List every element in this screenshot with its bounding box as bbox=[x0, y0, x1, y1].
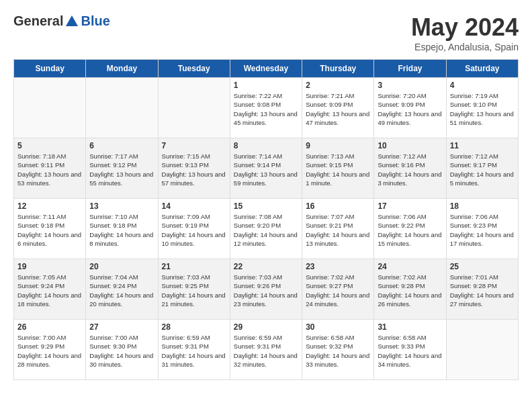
day-info: Sunrise: 7:00 AMSunset: 9:30 PMDaylight:… bbox=[89, 334, 153, 368]
calendar-cell: 12Sunrise: 7:11 AMSunset: 9:18 PMDayligh… bbox=[14, 199, 86, 259]
calendar-cell: 11Sunrise: 7:12 AMSunset: 9:17 PMDayligh… bbox=[446, 138, 518, 199]
day-number: 15 bbox=[234, 201, 298, 211]
day-number: 12 bbox=[17, 201, 82, 211]
calendar-cell: 8Sunrise: 7:14 AMSunset: 9:14 PMDaylight… bbox=[230, 138, 302, 199]
day-info: Sunrise: 7:21 AMSunset: 9:09 PMDaylight:… bbox=[306, 92, 369, 126]
logo-general-text: General bbox=[13, 13, 63, 29]
calendar-cell: 25Sunrise: 7:01 AMSunset: 9:28 PMDayligh… bbox=[446, 259, 518, 320]
day-number: 26 bbox=[17, 322, 82, 332]
weekday-header-thursday: Thursday bbox=[302, 60, 374, 78]
logo-blue-text: Blue bbox=[81, 13, 109, 29]
day-number: 19 bbox=[17, 262, 82, 271]
calendar-cell: 1Sunrise: 7:22 AMSunset: 9:08 PMDaylight… bbox=[230, 78, 302, 138]
day-number: 25 bbox=[450, 262, 515, 271]
calendar-cell bbox=[446, 320, 518, 380]
title-block: May 2024 Espejo, Andalusia, Spain bbox=[411, 13, 519, 52]
calendar-cell: 13Sunrise: 7:10 AMSunset: 9:18 PMDayligh… bbox=[86, 199, 158, 259]
weekday-header-saturday: Saturday bbox=[446, 60, 518, 78]
day-info: Sunrise: 7:07 AMSunset: 9:21 PMDaylight:… bbox=[306, 213, 369, 247]
day-number: 1 bbox=[234, 81, 298, 90]
day-info: Sunrise: 6:59 AMSunset: 9:31 PMDaylight:… bbox=[234, 334, 298, 368]
day-info: Sunrise: 6:59 AMSunset: 9:31 PMDaylight:… bbox=[162, 334, 226, 368]
calendar-cell: 28Sunrise: 6:59 AMSunset: 9:31 PMDayligh… bbox=[158, 320, 230, 380]
day-info: Sunrise: 7:09 AMSunset: 9:19 PMDaylight:… bbox=[162, 213, 226, 247]
day-info: Sunrise: 7:08 AMSunset: 9:20 PMDaylight:… bbox=[234, 213, 298, 247]
day-info: Sunrise: 7:03 AMSunset: 9:25 PMDaylight:… bbox=[162, 273, 226, 308]
day-info: Sunrise: 7:04 AMSunset: 9:24 PMDaylight:… bbox=[89, 273, 153, 308]
day-number: 6 bbox=[89, 141, 154, 150]
day-number: 9 bbox=[306, 141, 370, 150]
page-header: General Blue May 2024 Espejo, Andalusia,… bbox=[13, 13, 519, 52]
day-info: Sunrise: 7:02 AMSunset: 9:28 PMDaylight:… bbox=[378, 273, 441, 308]
logo: General Blue bbox=[13, 13, 110, 29]
calendar-cell bbox=[14, 78, 86, 138]
location-title: Espejo, Andalusia, Spain bbox=[411, 42, 519, 52]
day-info: Sunrise: 7:15 AMSunset: 9:13 PMDaylight:… bbox=[162, 152, 226, 187]
day-number: 3 bbox=[378, 81, 442, 90]
day-info: Sunrise: 7:05 AMSunset: 9:24 PMDaylight:… bbox=[17, 273, 81, 308]
day-number: 22 bbox=[234, 262, 298, 271]
day-info: Sunrise: 7:20 AMSunset: 9:09 PMDaylight:… bbox=[378, 92, 441, 126]
weekday-header-row: SundayMondayTuesdayWednesdayThursdayFrid… bbox=[14, 60, 519, 78]
day-info: Sunrise: 7:11 AMSunset: 9:18 PMDaylight:… bbox=[17, 213, 81, 247]
calendar-cell: 2Sunrise: 7:21 AMSunset: 9:09 PMDaylight… bbox=[302, 78, 374, 138]
day-number: 24 bbox=[378, 262, 442, 271]
calendar-cell: 21Sunrise: 7:03 AMSunset: 9:25 PMDayligh… bbox=[158, 259, 230, 320]
weekday-header-monday: Monday bbox=[86, 60, 158, 78]
day-info: Sunrise: 7:22 AMSunset: 9:08 PMDaylight:… bbox=[234, 92, 298, 126]
day-number: 17 bbox=[378, 201, 442, 211]
day-info: Sunrise: 7:01 AMSunset: 9:28 PMDaylight:… bbox=[450, 273, 514, 308]
day-info: Sunrise: 7:10 AMSunset: 9:18 PMDaylight:… bbox=[89, 213, 153, 247]
day-number: 7 bbox=[162, 141, 226, 150]
day-number: 4 bbox=[450, 81, 515, 90]
svg-marker-0 bbox=[66, 15, 78, 26]
calendar-cell: 22Sunrise: 7:03 AMSunset: 9:26 PMDayligh… bbox=[230, 259, 302, 320]
calendar-cell: 19Sunrise: 7:05 AMSunset: 9:24 PMDayligh… bbox=[14, 259, 86, 320]
day-number: 31 bbox=[378, 322, 442, 332]
weekday-header-wednesday: Wednesday bbox=[230, 60, 302, 78]
logo-icon bbox=[64, 14, 79, 29]
day-number: 10 bbox=[378, 141, 442, 150]
calendar-cell: 10Sunrise: 7:12 AMSunset: 9:16 PMDayligh… bbox=[374, 138, 446, 199]
weekday-header-tuesday: Tuesday bbox=[158, 60, 230, 78]
day-number: 27 bbox=[89, 322, 154, 332]
day-number: 18 bbox=[450, 201, 515, 211]
day-info: Sunrise: 7:00 AMSunset: 9:29 PMDaylight:… bbox=[17, 334, 81, 368]
day-number: 20 bbox=[89, 262, 154, 271]
week-row-3: 12Sunrise: 7:11 AMSunset: 9:18 PMDayligh… bbox=[14, 199, 519, 259]
week-row-2: 5Sunrise: 7:18 AMSunset: 9:11 PMDaylight… bbox=[14, 138, 519, 199]
calendar-cell: 16Sunrise: 7:07 AMSunset: 9:21 PMDayligh… bbox=[302, 199, 374, 259]
week-row-5: 26Sunrise: 7:00 AMSunset: 9:29 PMDayligh… bbox=[14, 320, 519, 380]
day-info: Sunrise: 7:06 AMSunset: 9:22 PMDaylight:… bbox=[378, 213, 441, 247]
day-number: 5 bbox=[17, 141, 82, 150]
day-number: 14 bbox=[162, 201, 226, 211]
calendar-cell: 7Sunrise: 7:15 AMSunset: 9:13 PMDaylight… bbox=[158, 138, 230, 199]
day-info: Sunrise: 7:19 AMSunset: 9:10 PMDaylight:… bbox=[450, 92, 514, 126]
calendar-cell: 6Sunrise: 7:17 AMSunset: 9:12 PMDaylight… bbox=[86, 138, 158, 199]
calendar-cell: 30Sunrise: 6:58 AMSunset: 9:32 PMDayligh… bbox=[302, 320, 374, 380]
calendar-cell: 26Sunrise: 7:00 AMSunset: 9:29 PMDayligh… bbox=[14, 320, 86, 380]
calendar-cell: 17Sunrise: 7:06 AMSunset: 9:22 PMDayligh… bbox=[374, 199, 446, 259]
day-number: 8 bbox=[234, 141, 298, 150]
week-row-4: 19Sunrise: 7:05 AMSunset: 9:24 PMDayligh… bbox=[14, 259, 519, 320]
day-info: Sunrise: 6:58 AMSunset: 9:32 PMDaylight:… bbox=[306, 334, 369, 368]
day-number: 13 bbox=[89, 201, 154, 211]
day-number: 28 bbox=[162, 322, 226, 332]
day-info: Sunrise: 7:14 AMSunset: 9:14 PMDaylight:… bbox=[234, 152, 298, 187]
day-info: Sunrise: 7:17 AMSunset: 9:12 PMDaylight:… bbox=[89, 152, 153, 187]
day-number: 16 bbox=[306, 201, 370, 211]
day-info: Sunrise: 7:06 AMSunset: 9:23 PMDaylight:… bbox=[450, 213, 514, 247]
calendar-cell: 15Sunrise: 7:08 AMSunset: 9:20 PMDayligh… bbox=[230, 199, 302, 259]
calendar-table: SundayMondayTuesdayWednesdayThursdayFrid… bbox=[13, 59, 519, 380]
calendar-cell: 9Sunrise: 7:13 AMSunset: 9:15 PMDaylight… bbox=[302, 138, 374, 199]
day-number: 30 bbox=[306, 322, 370, 332]
week-row-1: 1Sunrise: 7:22 AMSunset: 9:08 PMDaylight… bbox=[14, 78, 519, 138]
calendar-cell: 29Sunrise: 6:59 AMSunset: 9:31 PMDayligh… bbox=[230, 320, 302, 380]
calendar-cell: 3Sunrise: 7:20 AMSunset: 9:09 PMDaylight… bbox=[374, 78, 446, 138]
day-info: Sunrise: 7:12 AMSunset: 9:17 PMDaylight:… bbox=[450, 152, 514, 187]
day-info: Sunrise: 7:03 AMSunset: 9:26 PMDaylight:… bbox=[234, 273, 298, 308]
weekday-header-sunday: Sunday bbox=[14, 60, 86, 78]
calendar-cell: 27Sunrise: 7:00 AMSunset: 9:30 PMDayligh… bbox=[86, 320, 158, 380]
day-number: 11 bbox=[450, 141, 515, 150]
weekday-header-friday: Friday bbox=[374, 60, 446, 78]
